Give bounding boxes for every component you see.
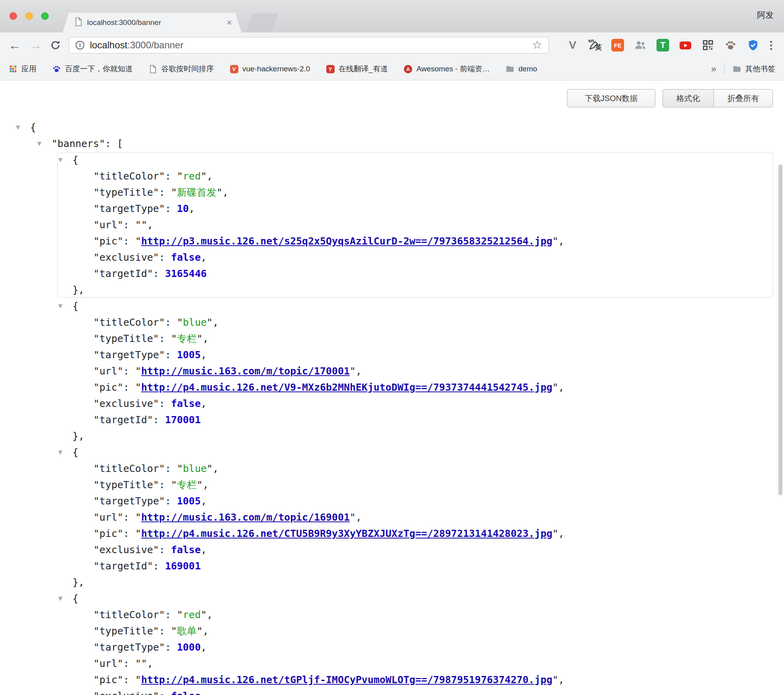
t-shield-glyph: T xyxy=(657,39,669,52)
json-token: : xyxy=(159,544,171,556)
bookmark-item-youdao[interactable]: Y 在线翻译_有道 xyxy=(326,64,388,74)
collapse-toggle-icon[interactable]: ▼ xyxy=(58,152,63,168)
json-token: " xyxy=(117,512,123,523)
json-token: , xyxy=(558,674,564,685)
omnibox[interactable]: i localhost:3000/banner ☆ xyxy=(69,37,549,53)
json-token: " xyxy=(93,203,99,214)
json-key: typeTitle xyxy=(99,333,153,344)
collapse-toggle-icon[interactable]: ▼ xyxy=(58,298,63,314)
json-token: " xyxy=(117,382,123,393)
people-extension-icon[interactable] xyxy=(633,38,647,52)
fe-extension-icon[interactable]: FE xyxy=(611,38,625,52)
youtube-extension-icon[interactable] xyxy=(678,38,693,52)
json-token: { xyxy=(72,154,78,166)
paw-extension-icon[interactable] xyxy=(723,38,738,52)
json-token: " xyxy=(159,642,165,653)
json-line: "pic": "http://p4.music.126.net/V9-MXz6b… xyxy=(0,379,784,395)
json-string-value: 专栏 xyxy=(177,333,197,344)
json-token: " xyxy=(171,625,177,637)
bookmark-item-baidu[interactable]: 百度一下，你就知道 xyxy=(52,64,133,74)
format-button[interactable]: 格式化 xyxy=(662,89,714,107)
json-token: " xyxy=(93,333,99,344)
bookmark-item-google-sort[interactable]: 谷歌按时间排序 xyxy=(148,64,214,74)
json-token: " xyxy=(552,674,558,685)
json-url-link[interactable]: http://music.163.com/m/topic/170001 xyxy=(141,365,350,377)
bookmark-item-vue-hackernews[interactable]: V vue-hackernews-2.0 xyxy=(230,65,310,73)
vertical-scrollbar[interactable] xyxy=(778,164,782,495)
json-key: titleColor xyxy=(99,463,159,474)
json-url-link[interactable]: http://p4.music.126.net/V9-MXz6b2MNhEKju… xyxy=(141,382,552,393)
back-button[interactable]: ← xyxy=(9,39,21,52)
json-token: " xyxy=(93,219,99,231)
json-line: "targetId": 3165446 xyxy=(0,265,784,282)
bookmarks-bar: 应用 百度一下，你就知道 谷歌按时间排序 V vue-hackernews-2.… xyxy=(0,58,784,80)
json-key: pic xyxy=(99,674,117,685)
json-url-link[interactable]: http://p3.music.126.net/s25q2x5QyqsAzilC… xyxy=(141,235,552,247)
json-key: titleColor xyxy=(99,609,159,621)
json-url-link[interactable]: http://music.163.com/m/topic/169001 xyxy=(141,512,350,523)
t-shield-extension-icon[interactable]: T xyxy=(656,38,670,52)
tab-close-icon[interactable]: × xyxy=(226,18,232,27)
translate-extension-icon[interactable]: en 英 xyxy=(588,38,602,52)
vimium-extension-icon[interactable]: V xyxy=(565,38,580,52)
minimize-window-button[interactable] xyxy=(25,12,33,20)
collapse-toggle-icon[interactable]: ▼ xyxy=(58,444,63,460)
json-token: " xyxy=(135,365,141,377)
bookmark-item-apps[interactable]: 应用 xyxy=(9,64,36,74)
json-token: " xyxy=(153,625,159,637)
collapse-toggle-icon[interactable]: ▼ xyxy=(16,119,20,136)
json-token: " xyxy=(93,674,99,685)
json-line: "pic": "http://p3.music.126.net/s25q2x5Q… xyxy=(0,233,784,249)
reload-button[interactable] xyxy=(50,40,61,51)
json-token: " xyxy=(171,479,177,491)
json-line: "url": "", xyxy=(0,655,784,672)
json-token: , xyxy=(207,609,213,621)
new-tab-button[interactable] xyxy=(246,13,278,32)
json-url-link[interactable]: http://p4.music.126.net/tGPljf-IMOCyPvum… xyxy=(141,674,552,685)
download-json-button[interactable]: 下载JSON数据 xyxy=(567,89,655,107)
json-line: "exclusive": false, xyxy=(0,249,784,265)
collapse-toggle-icon[interactable]: ▼ xyxy=(58,590,63,607)
bookmark-item-awesomes[interactable]: A Awesomes - 前端资… xyxy=(404,64,490,74)
json-token: " xyxy=(197,625,203,637)
json-token: " xyxy=(159,495,165,507)
json-key: url xyxy=(99,365,117,377)
url-host: localhost xyxy=(90,40,127,50)
json-line: "exclusive": false, xyxy=(0,395,784,412)
bookmark-label: 百度一下，你就知道 xyxy=(65,64,133,74)
bookmarks-overflow-chevron[interactable]: » xyxy=(711,63,716,74)
json-key: exclusive xyxy=(99,252,153,263)
fe-glyph: FE xyxy=(611,39,624,52)
forward-button[interactable]: → xyxy=(30,39,42,52)
json-number-value: 3165446 xyxy=(165,268,207,279)
collapse-toggle-icon[interactable]: ▼ xyxy=(37,136,42,152)
json-token: " xyxy=(93,495,99,507)
qr-code-extension-icon[interactable] xyxy=(701,38,715,52)
json-token: " xyxy=(552,528,558,539)
bookmark-star-icon[interactable]: ☆ xyxy=(532,40,542,51)
json-token: " xyxy=(93,349,99,361)
json-url-link[interactable]: http://p4.music.126.net/CTU5B9R9y3XyYBZX… xyxy=(141,528,552,539)
bookmark-label: Awesomes - 前端资… xyxy=(417,64,490,74)
json-line: "exclusive": false, xyxy=(0,688,784,695)
json-token: , xyxy=(203,479,209,491)
json-token: , xyxy=(201,252,207,263)
bookmark-label: 谷歌按时间排序 xyxy=(161,64,214,74)
json-line: }, xyxy=(0,282,784,298)
json-token: : xyxy=(123,512,135,523)
json-token: }, xyxy=(72,430,84,442)
json-token: " xyxy=(93,382,99,393)
bookmark-item-demo[interactable]: demo xyxy=(506,65,537,73)
json-token: : xyxy=(165,170,177,182)
page-info-icon[interactable]: i xyxy=(76,41,84,50)
zoom-window-button[interactable] xyxy=(41,12,49,20)
browser-tab[interactable]: localhost:3000/banner × xyxy=(63,13,242,32)
collapse-all-button[interactable]: 折叠所有 xyxy=(714,89,773,107)
json-string-value: red xyxy=(183,609,201,621)
chrome-menu-button[interactable] xyxy=(770,41,772,50)
json-number-value: 170001 xyxy=(165,414,201,426)
close-window-button[interactable] xyxy=(10,12,17,20)
json-key: targetId xyxy=(99,268,147,279)
shield-check-extension-icon[interactable] xyxy=(746,38,760,52)
other-bookmarks-button[interactable]: 其他书签 xyxy=(733,64,775,74)
